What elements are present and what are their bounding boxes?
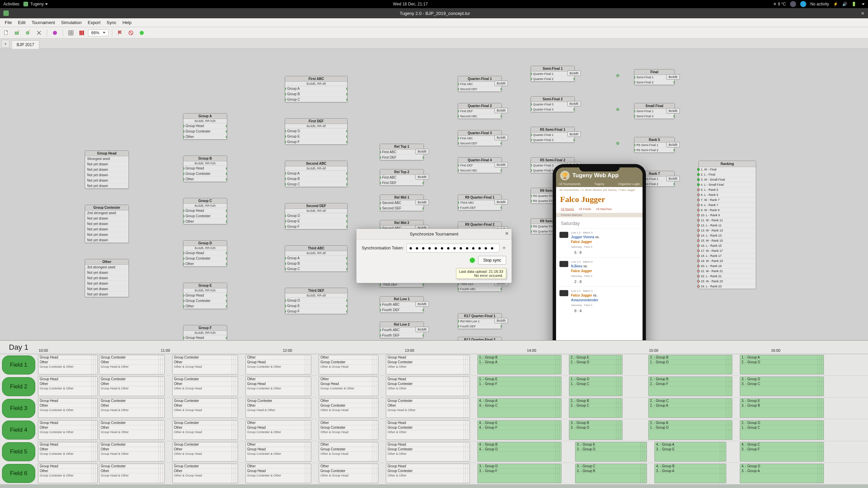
weather[interactable]: ☀ 8 °C xyxy=(773,2,786,6)
schedule-slot[interactable]: 4. - Group A3. - Group E xyxy=(654,442,726,462)
schedule-slot[interactable]: 3. - Group C3. - Group B xyxy=(575,464,647,483)
schedule-slot[interactable]: OtherGroup HeadGroup Contester & Other xyxy=(245,442,311,462)
tool-color-icon[interactable] xyxy=(51,28,59,37)
schedule-slot[interactable]: 2. - Group B1. - Group D xyxy=(648,355,732,374)
schedule-slot[interactable]: Group HeadGroup ContesterOther & Other xyxy=(386,377,470,396)
schedule-slot[interactable]: Group HeadOtherGroup Contester & Other xyxy=(38,355,98,374)
menu-simulation[interactable]: Simulation xyxy=(58,19,84,26)
schedule-slot[interactable]: 1. - Group A2. - Group D xyxy=(740,355,824,374)
schedule-slot[interactable]: Group ContesterOtherOther & Group Head xyxy=(172,355,238,374)
menu-file[interactable]: File xyxy=(2,19,15,26)
schedule-slot[interactable]: Group HeadOtherGroup Contester & Other xyxy=(38,442,98,462)
schedule-slot[interactable]: 2. - Group C2. - Group A xyxy=(648,398,732,418)
power-icon[interactable] xyxy=(862,3,865,5)
bracket-canvas[interactable]: Group Head Strongest seed Not yet drawn … xyxy=(0,49,868,340)
phone-match[interactable]: Low 1-2 · Match 4 Falco Jugger vs.Amazon… xyxy=(556,286,643,316)
schedule-slot[interactable]: 2. - Group B2. - Group F xyxy=(648,377,732,396)
node-r17qf-1[interactable]: R17 Quarter-Final 2Rel Mid-Low 2Fourth A… xyxy=(458,337,502,340)
schedule-slot[interactable]: Group ContesterOtherOther & Group Head xyxy=(172,420,238,440)
schedule-slot[interactable]: Group HeadOtherGroup Contester & Other xyxy=(38,398,98,418)
clock[interactable]: Wed 16 Dec, 21:17 xyxy=(48,2,773,6)
node-group-b[interactable]: Group BBo3d5, RR-h2hGroup HeadGroup Cont… xyxy=(183,156,227,182)
telegram-icon[interactable] xyxy=(800,1,806,7)
stop-sync-button[interactable]: Stop sync xyxy=(478,256,506,265)
schedule-slot[interactable]: 4. - Group D3. - Group A xyxy=(740,464,824,483)
schedule-slot[interactable]: Group HeadGroup ContesterOther & Other xyxy=(386,442,470,462)
schedule-slot[interactable]: Group ContesterOtherGroup Head & Other xyxy=(99,377,165,396)
schedule-slot[interactable]: Group HeadOtherGroup Contester & Other xyxy=(38,420,98,440)
token-input[interactable] xyxy=(407,244,499,252)
field-2[interactable]: Field 2 xyxy=(2,377,35,396)
field-5[interactable]: Field 5 xyxy=(2,442,35,461)
menu-tournament[interactable]: Tournament xyxy=(29,19,58,26)
schedule-slot[interactable]: 4. - Group C3. - Group F xyxy=(740,442,824,462)
schedule-slot[interactable]: 2. - Group D1. - Group C xyxy=(740,420,824,440)
tool-sync-icon[interactable] xyxy=(137,28,146,37)
schedule-slot[interactable]: Group ContesterOtherOther & Group Head xyxy=(172,398,238,418)
schedule-slot[interactable]: Group ContesterOtherOther & Group Head xyxy=(172,442,238,462)
menu-sync[interactable]: Sync xyxy=(104,19,119,26)
schedule-slot[interactable]: Group HeadGroup ContesterOther & Other xyxy=(386,464,470,483)
schedule-slot[interactable]: 4. - Group A4. - Group C xyxy=(477,398,561,418)
schedule-slot[interactable]: 4. - Group E4. - Group F xyxy=(477,420,561,440)
node-bracket-2[interactable]: Second ABCBo3d5, RR-difGroup AGroup BGro… xyxy=(285,161,348,187)
schedule-slot[interactable]: Group HeadOtherGroup Contester & Other xyxy=(38,464,98,483)
phone-match[interactable]: Low 1-2 · Match 6 N.Bees vs.Falco Jugger… xyxy=(556,257,643,286)
node-group-e[interactable]: Group EBo3d5, RR-h2hGroup HeadGroup Cont… xyxy=(183,283,227,309)
tool-cut-icon[interactable] xyxy=(35,28,43,37)
schedule-slot[interactable]: Group HeadGroup ContesterOther & Other xyxy=(386,355,470,374)
node-group-f[interactable]: Group FBo3d5, RR-h2hGroup HeadGroup Cont… xyxy=(183,325,227,340)
schedule-slot[interactable]: OtherGroup ContesterOther & Group Head xyxy=(319,398,378,418)
node-other[interactable]: Other 3rd strongest seed Not yet drawn N… xyxy=(85,259,129,297)
node-bracket-5[interactable]: Third DEFBo3d5, RR-difGroup DGroup EGrou… xyxy=(285,288,348,314)
phone-subtab-teams[interactable]: All Teams xyxy=(561,207,574,211)
node-bracket-4[interactable]: Third ABCBo3d5, RR-difGroup AGroup BGrou… xyxy=(285,245,348,272)
schedule-slot[interactable]: Group ContesterOtherGroup Head & Other xyxy=(386,398,470,418)
node-group-contester[interactable]: Group Contester 2nd strongest seed Not y… xyxy=(85,205,129,243)
schedule-slot[interactable]: 2. - Group B2. - Group C xyxy=(569,398,623,418)
network-icon[interactable]: ⚡ xyxy=(833,2,838,6)
menu-help[interactable]: Help xyxy=(120,19,134,26)
schedule-slot[interactable]: 3. - Group D3. - Group C xyxy=(740,377,824,396)
schedule-slot[interactable]: OtherGroup HeadGroup Contester & Other xyxy=(245,420,311,440)
schedule-slot[interactable]: Group ContesterOtherGroup Head & Other xyxy=(99,420,165,440)
node-ranking[interactable]: Ranking 1. W - Final2. L - Final3. W - S… xyxy=(698,161,756,289)
field-3[interactable]: Field 3 xyxy=(2,399,35,418)
schedule-slot[interactable]: OtherGroup HeadGroup Contester & Other xyxy=(245,464,311,483)
node-bracket-3[interactable]: Second DEFBo3d5, RR-difGroup DGroup EGro… xyxy=(285,203,348,229)
schedule-slot[interactable]: 3. - Group B3. - Group D xyxy=(569,420,623,440)
menu-edit[interactable]: Edit xyxy=(15,19,28,26)
schedule-slot[interactable]: 1. - Group E1. - Group F xyxy=(477,377,561,396)
phone-breadcrumb[interactable]: All Tournaments > 3. Berlin Masters (All… xyxy=(556,187,643,193)
schedule-slot[interactable]: Group ContesterOtherOther & Group Head xyxy=(172,377,238,396)
phone-match[interactable]: Low 1-2 · Match 5 Jugger Vienna vs.Falco… xyxy=(556,228,643,257)
schedule-slot[interactable]: OtherGroup ContesterOther & Group Head xyxy=(319,355,378,374)
window-close-icon[interactable]: ✕ xyxy=(861,11,865,16)
zoom-level[interactable]: 66% xyxy=(88,29,108,36)
tool-add-team-icon[interactable]: + xyxy=(24,28,33,37)
schedule-slot[interactable]: Group ContesterOtherOther & Group Head xyxy=(172,464,238,483)
schedule-slot[interactable]: Group ContesterOtherGroup Head & Other xyxy=(245,398,311,418)
tool-grid2-icon[interactable] xyxy=(77,28,86,37)
phone-subtab-matches[interactable]: All Matches xyxy=(596,207,612,211)
schedule-slot[interactable]: OtherGroup HeadGroup Contester & Other xyxy=(245,377,311,396)
schedule-slot[interactable]: 3. - Group E3. - Group D xyxy=(575,442,647,462)
activities-button[interactable]: Activities xyxy=(3,2,19,6)
schedule-slot[interactable]: 2. - Group A1. - Group D xyxy=(648,420,732,440)
battery-icon[interactable]: 🔋 xyxy=(851,2,856,6)
schedule-slot[interactable]: OtherGroup ContesterOther & Group Head xyxy=(319,442,378,462)
tab-bjp2017[interactable]: BJP 2017 xyxy=(12,40,39,49)
node-group-d[interactable]: Group DBo3d5, RR-h2hGroup HeadGroup Cont… xyxy=(183,240,227,267)
phone-subtab-fields[interactable]: All Fields xyxy=(579,207,591,211)
field-1[interactable]: Field 1 xyxy=(2,355,35,374)
tool-forbid-icon[interactable] xyxy=(126,28,135,37)
node-group-a[interactable]: Group ABo3d5, RR-h2hGroup HeadGroup Cont… xyxy=(183,113,227,140)
menu-export[interactable]: Export xyxy=(85,19,103,26)
tool-new-icon[interactable] xyxy=(2,28,11,37)
node-group-c[interactable]: Group CBo3d5, RR-h2hGroup HeadGroup Cont… xyxy=(183,198,227,224)
node-bracket-1[interactable]: First DEFBo3d5, RR-difGroup DGroup EGrou… xyxy=(285,118,348,145)
dialog-close-icon[interactable]: ✕ xyxy=(505,231,509,236)
schedule-slot[interactable]: 1. - Group B1. - Group A xyxy=(477,355,561,374)
tool-add-group-icon[interactable]: + xyxy=(13,28,22,37)
schedule-slot[interactable]: 4. - Group B3. - Group A xyxy=(654,464,726,483)
